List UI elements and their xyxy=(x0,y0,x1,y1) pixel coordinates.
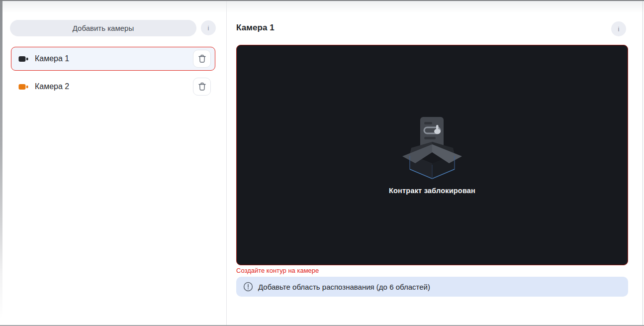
sidebar-divider xyxy=(226,1,227,325)
circle-exclamation-icon xyxy=(243,282,253,292)
camera-detail-panel: Камера 1 i xyxy=(227,1,644,325)
window-left-shadow xyxy=(0,1,2,320)
camera-sidebar: Добавить камеры i Камера 1 xyxy=(0,1,226,325)
empty-box-illustration xyxy=(397,116,467,180)
delete-camera-1-button[interactable] xyxy=(193,50,211,68)
camera-list-item-2[interactable]: Камера 2 xyxy=(11,75,215,99)
video-camera-icon xyxy=(18,83,28,91)
recognition-area-banner: Добавьте область распознавания (до 6 обл… xyxy=(236,277,628,297)
add-cameras-button[interactable]: Добавить камеры xyxy=(10,20,196,36)
camera-video-canvas[interactable]: Контракт заблокирован xyxy=(236,45,628,265)
window-right-edge xyxy=(643,1,643,325)
open-box xyxy=(402,142,462,179)
page-title: Камера 1 xyxy=(236,23,275,33)
video-status-text: Контракт заблокирован xyxy=(389,187,475,195)
video-camera-icon xyxy=(18,55,28,63)
validation-error-text: Создайте контур на камере xyxy=(236,267,319,274)
window-top-edge xyxy=(0,0,644,1)
banner-text: Добавьте область распознавания (до 6 обл… xyxy=(258,283,430,291)
info-icon: i xyxy=(618,25,620,33)
delete-camera-2-button[interactable] xyxy=(193,78,211,96)
sidebar-info-button[interactable]: i xyxy=(201,20,216,35)
info-icon: i xyxy=(208,24,209,32)
panel-info-button[interactable]: i xyxy=(611,21,626,36)
camera-list-item-1[interactable]: Камера 1 xyxy=(11,47,215,71)
camera-label: Камера 1 xyxy=(35,54,193,63)
camera-label: Камера 2 xyxy=(35,82,193,91)
trash-icon xyxy=(198,82,206,91)
app-window: Добавить камеры i Камера 1 xyxy=(0,0,644,326)
trash-icon xyxy=(198,54,206,63)
